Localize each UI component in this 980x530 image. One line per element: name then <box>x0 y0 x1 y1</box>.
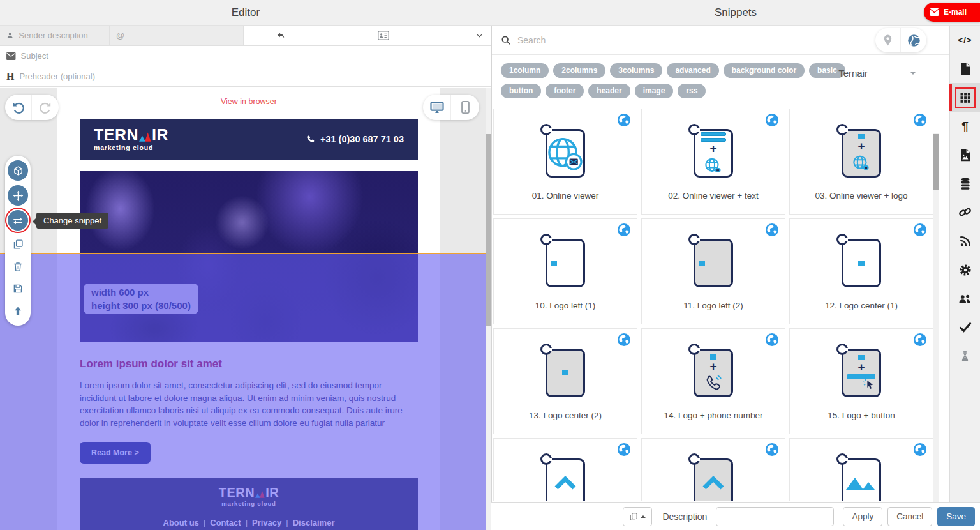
snippets-scrollbar-thumb[interactable] <box>933 134 939 190</box>
file-icon <box>958 62 972 76</box>
snippet-card[interactable] <box>641 438 785 501</box>
globe-badge-icon <box>617 443 631 459</box>
brand-filter-value: Ternair <box>838 68 868 79</box>
location-pin-button[interactable] <box>875 28 901 52</box>
sidebar-item-rss[interactable] <box>950 227 980 255</box>
snippet-card-label: 01. Online viewer <box>532 191 598 201</box>
snippet-card[interactable]: 10. Logo left (1) <box>493 218 637 324</box>
sender-field[interactable] <box>0 26 110 45</box>
tag-filter[interactable]: header <box>588 84 630 98</box>
description-input[interactable] <box>716 507 834 526</box>
undo-button[interactable] <box>5 95 32 120</box>
sidebar-item-flask[interactable] <box>950 342 980 370</box>
sender-domain-input[interactable] <box>116 31 237 40</box>
cube-button[interactable] <box>8 160 28 181</box>
snippet-page-icon: + <box>694 129 733 178</box>
pilcrow-icon: ¶ <box>958 119 972 133</box>
globe-filter-button[interactable] <box>901 28 926 52</box>
tag-filter[interactable]: background color <box>724 63 805 78</box>
snippet-card[interactable] <box>789 438 933 501</box>
sidebar-item-file[interactable] <box>950 54 980 83</box>
sidebar-item-gear[interactable] <box>950 255 980 284</box>
undo-redo-toolbar <box>5 95 59 120</box>
caret-down-icon <box>910 72 916 78</box>
snippet-card[interactable]: 12. Logo center (1) <box>789 218 933 324</box>
globe-badge-icon <box>913 113 927 130</box>
view-in-browser-link[interactable]: View in browser <box>57 97 440 106</box>
subject-field[interactable] <box>0 46 491 66</box>
globe-badge-icon <box>765 443 779 459</box>
mobile-view-button[interactable] <box>451 95 479 120</box>
move-button[interactable] <box>8 185 28 206</box>
sidebar-item-users[interactable] <box>950 284 980 313</box>
editor-scrollbar[interactable] <box>486 88 491 530</box>
brand-filter-dropdown[interactable]: Ternair <box>838 68 916 79</box>
sidebar-item-grid[interactable] <box>950 83 980 112</box>
snippet-card[interactable]: + 14. Logo + phone number <box>641 328 785 434</box>
tag-filter[interactable]: footer <box>546 84 584 98</box>
snippets-title-text: Snippets <box>715 6 757 19</box>
snippet-card-label: 13. Logo center (2) <box>529 411 602 420</box>
tag-filter[interactable]: 3columns <box>610 63 662 78</box>
tag-filter[interactable]: 1column <box>501 63 549 78</box>
heading-icon: H <box>6 71 14 82</box>
tag-filter-list: 1column2columns3columnsadvancedbackgroun… <box>501 63 868 98</box>
email-header-block[interactable]: TERN IR marketing cloud +31 (0)30 687 71… <box>80 119 418 160</box>
sidebar-item-image[interactable] <box>950 140 980 169</box>
trash-button[interactable] <box>8 257 27 275</box>
sidebar-item-pilcrow[interactable]: ¶ <box>950 112 980 140</box>
redo-button[interactable] <box>32 95 59 120</box>
editor-scrollbar-thumb[interactable] <box>486 134 491 326</box>
sidebar-item-check[interactable] <box>950 313 980 342</box>
trash-icon <box>13 261 23 272</box>
snippet-card[interactable]: 13. Logo center (2) <box>493 328 637 434</box>
copy-button[interactable] <box>8 235 27 253</box>
contact-card-icon <box>378 31 389 40</box>
snippet-card[interactable]: + 03. Online viewer + logo <box>789 109 933 215</box>
snippet-page-icon <box>546 349 585 397</box>
preheader-field[interactable]: H <box>0 66 491 86</box>
reply-to-field[interactable] <box>244 26 491 45</box>
apply-button[interactable]: Apply <box>843 507 882 526</box>
snippet-card-label: 02. Online viewer + text <box>668 191 758 201</box>
snippets-panel: 1column2columns3columnsadvancedbackgroun… <box>491 26 949 502</box>
snippet-card[interactable] <box>493 438 637 501</box>
content-type-sidebar: </> ¶ <box>949 26 980 502</box>
sender-input[interactable] <box>19 31 103 40</box>
tag-filter[interactable]: advanced <box>667 63 718 78</box>
sidebar-item-link[interactable] <box>950 198 980 227</box>
cancel-button[interactable]: Cancel <box>887 507 932 526</box>
save-button[interactable]: Save <box>937 507 975 526</box>
desktop-view-button[interactable] <box>423 95 451 120</box>
swap-button[interactable] <box>8 210 28 231</box>
snippet-grid: 01. Online viewer + 02. Online viewer + … <box>493 109 935 501</box>
snippet-card-label: 03. Online viewer + logo <box>815 191 907 201</box>
sidebar-item-code[interactable]: </> <box>950 26 980 54</box>
tag-filter[interactable]: 2columns <box>553 63 605 78</box>
code-icon: </> <box>958 33 972 47</box>
snippets-scrollbar[interactable] <box>933 133 939 527</box>
cube-icon <box>13 165 24 176</box>
compose-fields: H <box>0 26 491 87</box>
subject-input[interactable] <box>21 51 485 61</box>
preheader-input[interactable] <box>19 72 485 81</box>
logo-placeholder-chip <box>858 261 865 266</box>
snippet-card[interactable]: + 15. Logo + button <box>789 328 933 434</box>
search-input[interactable] <box>517 35 785 45</box>
globe-badge-icon <box>765 113 779 130</box>
tag-filter[interactable]: image <box>635 84 674 98</box>
snippet-page-icon <box>842 458 881 501</box>
arrow-up-button[interactable] <box>8 302 27 320</box>
tag-filter[interactable]: button <box>501 84 541 98</box>
sender-domain-field[interactable] <box>110 26 244 45</box>
sidebar-item-database[interactable] <box>950 169 980 198</box>
email-mode-badge[interactable]: E-mail <box>924 3 980 22</box>
snippet-card[interactable]: 01. Online viewer <box>493 109 637 215</box>
snippet-page-icon: + <box>842 129 881 178</box>
tag-filter[interactable]: rss <box>678 84 706 98</box>
snippet-card[interactable]: 11. Logo left (2) <box>641 218 785 324</box>
snippet-card[interactable]: + 02. Online viewer + text <box>641 109 785 215</box>
save-button[interactable] <box>8 280 27 298</box>
caret-up-icon <box>641 513 646 518</box>
copy-options-dropup-button[interactable] <box>623 507 652 526</box>
